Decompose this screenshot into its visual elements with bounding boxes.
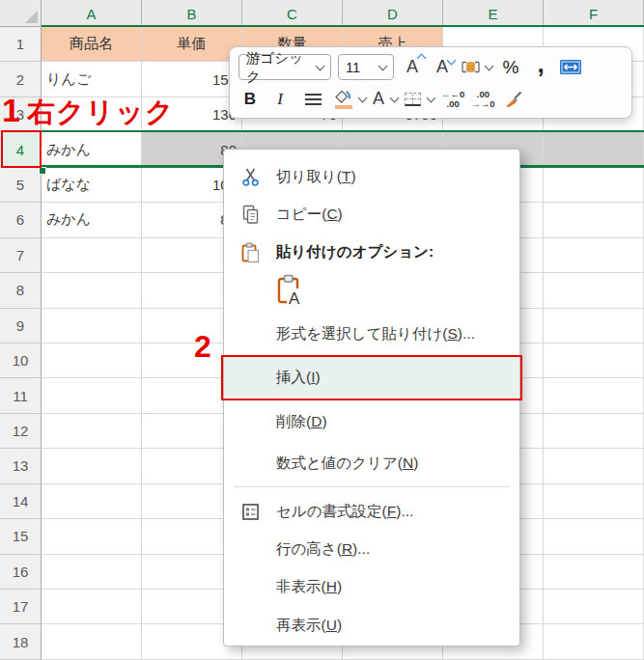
menu-item-label: 貼り付けのオプション: — [276, 242, 434, 262]
cell-A13[interactable] — [42, 449, 142, 483]
menu-item-u[interactable]: 再表示(U) — [224, 606, 519, 645]
accounting-format-button[interactable] — [461, 54, 492, 81]
column-header-f[interactable]: F — [544, 0, 644, 27]
chevron-down-icon — [390, 93, 400, 102]
cell-A5[interactable]: ばなな — [42, 168, 142, 203]
cell-A18[interactable] — [42, 624, 142, 659]
menu-item-s[interactable]: 形式を選択して貼り付け(S)... — [224, 314, 519, 355]
row-header-9[interactable]: 9 — [0, 309, 42, 344]
cell-F16[interactable] — [544, 555, 644, 590]
cell-A17[interactable] — [42, 590, 142, 624]
fill-color-button[interactable] — [334, 86, 366, 113]
row-header-1[interactable]: 1 — [0, 27, 42, 62]
borders-button[interactable] — [405, 86, 434, 113]
cell-F6[interactable] — [544, 203, 644, 237]
caret-down-icon — [447, 55, 457, 65]
menu-item-2[interactable]: 貼り付けのオプション: — [224, 234, 519, 271]
cell-A10[interactable] — [42, 344, 142, 378]
column-header-e[interactable]: E — [443, 0, 544, 27]
bold-button[interactable]: B — [238, 86, 262, 113]
cell-F18[interactable] — [544, 624, 644, 659]
row-header-8[interactable]: 8 — [0, 273, 42, 308]
menu-item-d[interactable]: 削除(D) — [224, 400, 519, 444]
step1-number: 1 — [2, 92, 20, 129]
font-color-button[interactable]: A — [373, 86, 398, 113]
cell-A14[interactable] — [42, 484, 142, 519]
copy-icon — [224, 205, 276, 225]
cell-A1[interactable]: 商品名 — [42, 27, 142, 62]
cell-F15[interactable] — [544, 519, 644, 554]
cell-F11[interactable] — [544, 378, 644, 413]
cell-A7[interactable] — [42, 238, 142, 273]
paste-option-keep-formatting[interactable]: A — [276, 274, 306, 311]
row-header-17[interactable]: 17 — [0, 590, 42, 624]
cell-A16[interactable] — [42, 555, 142, 590]
menu-item-label: 行の高さ(R)... — [276, 539, 370, 560]
cell-A11[interactable] — [42, 378, 142, 413]
comma-icon: , — [537, 59, 544, 69]
percent-style-button[interactable]: % — [499, 54, 522, 81]
cell-A12[interactable] — [42, 414, 142, 449]
row-header-14[interactable]: 14 — [0, 484, 42, 519]
cell-F10[interactable] — [544, 344, 644, 378]
caret-up-icon — [417, 53, 427, 63]
merge-center-button[interactable] — [559, 54, 582, 81]
menu-item-h[interactable]: 非表示(H) — [224, 568, 519, 606]
cut-icon — [224, 167, 276, 187]
row-header-18[interactable]: 18 — [0, 624, 42, 659]
increase-decimal-button[interactable]: ←←0 .00 — [441, 86, 464, 113]
menu-item-t[interactable]: 切り取り(T) — [224, 158, 519, 196]
row-header-13[interactable]: 13 — [0, 449, 42, 483]
row-header-11[interactable]: 11 — [0, 378, 42, 413]
format-cells-icon — [224, 503, 276, 521]
column-header-b[interactable]: B — [142, 0, 242, 27]
cell-A9[interactable] — [42, 309, 142, 344]
decrease-font-size-button[interactable]: A — [431, 54, 454, 81]
cell-F7[interactable] — [544, 238, 644, 273]
menu-item-r[interactable]: 行の高さ(R)... — [224, 531, 519, 568]
italic-button[interactable]: I — [268, 86, 292, 113]
menu-item-f[interactable]: セルの書式設定(F)... — [224, 492, 519, 531]
row-header-16[interactable]: 16 — [0, 555, 42, 590]
row-header-12[interactable]: 12 — [0, 414, 42, 449]
decrease-decimal-button[interactable]: .00 →→0 — [471, 86, 494, 113]
center-align-button[interactable] — [298, 86, 327, 113]
cell-A15[interactable] — [42, 519, 142, 554]
fill-handle[interactable] — [39, 167, 46, 175]
column-header-d[interactable]: D — [343, 0, 443, 27]
font-color-icon: A — [373, 89, 384, 109]
column-header-c[interactable]: C — [242, 0, 343, 27]
font-size-select[interactable]: 11 — [338, 54, 394, 80]
menu-item-label: 削除(D) — [276, 412, 327, 432]
cell-F12[interactable] — [544, 414, 644, 449]
cell-F13[interactable] — [544, 449, 644, 483]
row-header-5[interactable]: 5 — [0, 168, 42, 203]
mini-toolbar-row-1: 游ゴシック 11 A A — [238, 51, 623, 83]
step2-annotation: 2 — [194, 329, 211, 365]
cell-F9[interactable] — [544, 309, 644, 344]
accounting-format-icon — [461, 59, 481, 75]
cell-B1[interactable]: 単価 — [142, 27, 242, 62]
row-header-6[interactable]: 6 — [0, 203, 42, 237]
cell-F17[interactable] — [544, 590, 644, 624]
row-header-10[interactable]: 10 — [0, 344, 42, 378]
cell-F4[interactable] — [544, 132, 644, 167]
cell-F8[interactable] — [544, 273, 644, 308]
select-all-corner[interactable] — [0, 0, 42, 27]
cell-A4[interactable]: みかん — [42, 132, 142, 167]
menu-item-c[interactable]: コピー(C) — [224, 196, 519, 234]
cell-A8[interactable] — [42, 273, 142, 308]
font-name-select[interactable]: 游ゴシック — [238, 54, 331, 80]
increase-font-size-button[interactable]: A — [401, 54, 424, 81]
row-header-15[interactable]: 15 — [0, 519, 42, 554]
menu-item-n[interactable]: 数式と値のクリア(N) — [224, 444, 519, 482]
step1-text: 右クリック — [27, 94, 175, 132]
column-header-a[interactable]: A — [42, 0, 142, 27]
row-header-7[interactable]: 7 — [0, 238, 42, 273]
cell-F5[interactable] — [544, 168, 644, 203]
cell-A6[interactable]: みかん — [42, 203, 142, 237]
comma-style-button[interactable]: , — [529, 54, 552, 81]
cell-F14[interactable] — [544, 484, 644, 519]
format-painter-button[interactable] — [502, 86, 525, 113]
paste-keep-formatting-icon: A — [276, 274, 306, 307]
